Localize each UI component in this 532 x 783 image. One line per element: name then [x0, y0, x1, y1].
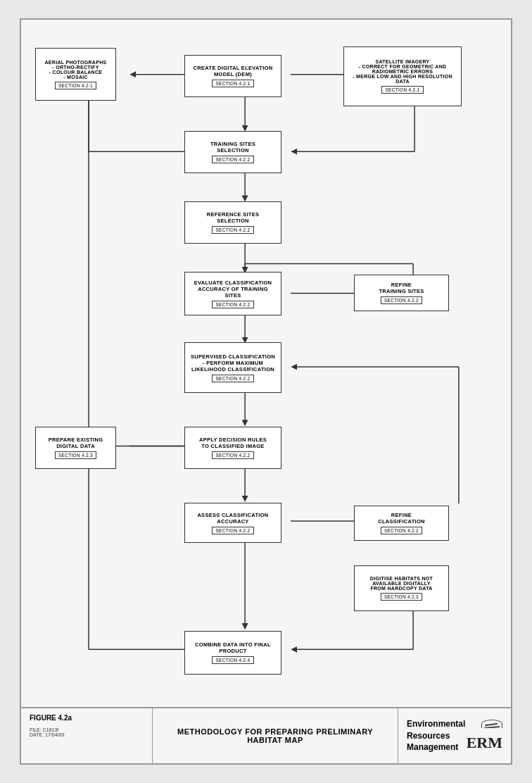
- box-supervised-label: SUPERVISED CLASSIFICATION- PERFORM MAXIM…: [191, 353, 275, 372]
- footer: FIGURE 4.2a FILE: C1813f DATE: 17/04/00 …: [21, 707, 511, 763]
- company-name: EnvironmentalResourcesManagement: [407, 718, 465, 753]
- box-digitise-section: SECTION 4.2.3: [381, 593, 422, 601]
- box-training-label: TRAINING SITESSELECTION: [210, 141, 255, 154]
- box-satellite-label: SATELLITE IMAGERY- CORRECT FOR GEOMETRIC…: [353, 59, 452, 84]
- box-reference-label: REFERENCE SITESSELECTION: [207, 211, 260, 224]
- box-dem-section: SECTION 4.2.1: [212, 80, 253, 87]
- box-combine-section: SECTION 4.2.4: [212, 656, 253, 664]
- box-aerial-section: SECTION 4.2.1: [55, 82, 96, 89]
- box-satellite: SATELLITE IMAGERY- CORRECT FOR GEOMETRIC…: [343, 46, 462, 106]
- box-combine: COMBINE DATA INTO FINALPRODUCT SECTION 4…: [184, 631, 281, 675]
- file-label: FILE: C1813f: [30, 727, 144, 732]
- footer-subtitle: METHODOLOGY FOR PREPARING PRELIMINARY HA…: [161, 727, 389, 744]
- box-prepare-section: SECTION 4.2.3: [55, 451, 96, 459]
- erm-abbr: ERM: [467, 734, 502, 752]
- box-refine-class: REFINECLASSIFICATION SECTION 4.2.2: [354, 506, 449, 541]
- box-evaluate: EVALUATE CLASSIFICATIONACCURACY OF TRAIN…: [184, 272, 281, 315]
- diagram-area: AERIAL PHOTOGRAPHS- ORTHO-RECTIFY- COLOU…: [21, 20, 511, 707]
- box-digitise: DIGITISE HABITATS NOTAVAILABLE DIGITALLY…: [354, 565, 449, 611]
- footer-right: EnvironmentalResourcesManagement ERM: [398, 708, 511, 763]
- box-dem-label: CREATE DIGITAL ELEVATIONMODEL (DEM): [194, 65, 273, 77]
- figure-label: FIGURE 4.2a: [30, 714, 144, 722]
- box-refine-training: REFINETRAINING SITES SECTION 4.2.2: [354, 275, 449, 311]
- box-combine-label: COMBINE DATA INTO FINALPRODUCT: [195, 641, 271, 654]
- box-assess: ASSESS CLASSIFICATIONACCURACY SECTION 4.…: [184, 503, 281, 543]
- box-refine-class-label: REFINECLASSIFICATION: [378, 512, 425, 525]
- box-assess-label: ASSESS CLASSIFICATIONACCURACY: [197, 512, 268, 525]
- box-training-section: SECTION 4.2.2: [212, 156, 253, 163]
- box-dem: CREATE DIGITAL ELEVATIONMODEL (DEM) SECT…: [184, 55, 281, 97]
- box-assess-section: SECTION 4.2.2: [212, 527, 253, 534]
- box-refine-training-section: SECTION 4.2.2: [381, 296, 422, 304]
- box-reference-section: SECTION 4.2.2: [212, 226, 253, 234]
- box-evaluate-section: SECTION 4.2.2: [212, 301, 253, 308]
- box-digitise-label: DIGITISE HABITATS NOTAVAILABLE DIGITALLY…: [370, 576, 433, 591]
- box-aerial: AERIAL PHOTOGRAPHS- ORTHO-RECTIFY- COLOU…: [35, 48, 116, 101]
- box-satellite-section: SECTION 4.2.1: [381, 86, 423, 94]
- box-prepare: PREPARE EXISTINGDIGITAL DATA SECTION 4.2…: [35, 427, 116, 469]
- footer-left: FIGURE 4.2a FILE: C1813f DATE: 17/04/00: [21, 708, 152, 763]
- box-refine-training-label: REFINETRAINING SITES: [379, 282, 424, 294]
- box-aerial-label: AERIAL PHOTOGRAPHS- ORTHO-RECTIFY- COLOU…: [45, 60, 107, 80]
- box-apply: APPLY DECISION RULESTO CLASSIFIED IMAGE …: [184, 427, 281, 469]
- box-apply-section: SECTION 4.2.2: [212, 451, 253, 459]
- page: AERIAL PHOTOGRAPHS- ORTHO-RECTIFY- COLOU…: [20, 18, 512, 765]
- box-reference: REFERENCE SITESSELECTION SECTION 4.2.2: [184, 201, 281, 244]
- box-refine-class-section: SECTION 4.2.2: [381, 527, 422, 534]
- box-supervised: SUPERVISED CLASSIFICATION- PERFORM MAXIM…: [184, 342, 281, 393]
- date-label: DATE: 17/04/00: [30, 732, 144, 737]
- box-prepare-label: PREPARE EXISTINGDIGITAL DATA: [49, 437, 103, 449]
- box-supervised-section: SECTION 4.2.2: [212, 375, 253, 382]
- box-training: TRAINING SITESSELECTION SECTION 4.2.2: [184, 131, 281, 173]
- box-apply-label: APPLY DECISION RULESTO CLASSIFIED IMAGE: [199, 437, 267, 449]
- footer-center: METHODOLOGY FOR PREPARING PRELIMINARY HA…: [152, 708, 398, 763]
- box-evaluate-label: EVALUATE CLASSIFICATIONACCURACY OF TRAIN…: [189, 280, 277, 299]
